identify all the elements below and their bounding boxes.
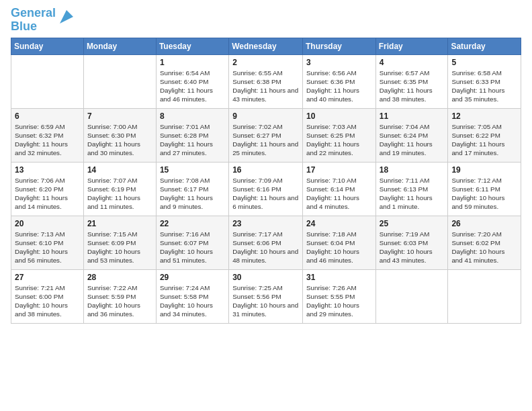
- day-number: 22: [160, 219, 225, 228]
- day-cell: 30Sunrise: 7:25 AMSunset: 5:56 PMDayligh…: [229, 269, 303, 323]
- day-cell: 28Sunrise: 7:22 AMSunset: 5:59 PMDayligh…: [83, 269, 156, 323]
- day-number: 10: [306, 111, 372, 121]
- day-cell: 10Sunrise: 7:03 AMSunset: 6:25 PMDayligh…: [303, 108, 376, 162]
- logo-general: General: [11, 6, 56, 19]
- day-number: 4: [380, 58, 445, 67]
- day-detail: Sunrise: 7:18 AMSunset: 6:04 PMDaylight:…: [306, 230, 372, 265]
- day-cell: 2Sunrise: 6:55 AMSunset: 6:38 PMDaylight…: [229, 54, 303, 108]
- day-cell: 23Sunrise: 7:17 AMSunset: 6:06 PMDayligh…: [229, 216, 303, 269]
- weekday-header-tuesday: Tuesday: [156, 38, 228, 54]
- day-number: 16: [232, 165, 299, 175]
- day-cell: 17Sunrise: 7:10 AMSunset: 6:14 PMDayligh…: [303, 162, 376, 216]
- day-number: 3: [306, 58, 372, 67]
- day-number: 23: [232, 219, 299, 228]
- day-cell: 7Sunrise: 7:00 AMSunset: 6:30 PMDaylight…: [83, 108, 156, 162]
- day-detail: Sunrise: 7:10 AMSunset: 6:14 PMDaylight:…: [306, 176, 372, 212]
- day-detail: Sunrise: 7:24 AMSunset: 5:58 PMDaylight:…: [160, 283, 225, 319]
- weekday-header-row: SundayMondayTuesdayWednesdayThursdayFrid…: [11, 38, 521, 54]
- day-detail: Sunrise: 7:20 AMSunset: 6:02 PMDaylight:…: [451, 230, 517, 265]
- day-detail: Sunrise: 7:00 AMSunset: 6:30 PMDaylight:…: [87, 122, 152, 158]
- logo: General Blue: [11, 7, 76, 34]
- day-number: 20: [15, 219, 80, 228]
- week-row-1: 1Sunrise: 6:54 AMSunset: 6:40 PMDaylight…: [11, 54, 521, 108]
- day-cell: 1Sunrise: 6:54 AMSunset: 6:40 PMDaylight…: [156, 54, 228, 108]
- day-number: 7: [87, 111, 152, 121]
- day-detail: Sunrise: 7:16 AMSunset: 6:07 PMDaylight:…: [160, 230, 225, 265]
- day-number: 13: [15, 165, 80, 175]
- day-cell: [83, 54, 156, 108]
- day-number: 21: [87, 219, 152, 228]
- day-cell: [448, 269, 521, 323]
- day-detail: Sunrise: 7:17 AMSunset: 6:06 PMDaylight:…: [232, 230, 299, 265]
- day-cell: 19Sunrise: 7:12 AMSunset: 6:11 PMDayligh…: [448, 162, 521, 216]
- day-detail: Sunrise: 7:09 AMSunset: 6:16 PMDaylight:…: [232, 176, 299, 212]
- day-number: 25: [380, 219, 445, 228]
- day-detail: Sunrise: 7:05 AMSunset: 6:22 PMDaylight:…: [451, 122, 517, 158]
- day-cell: 12Sunrise: 7:05 AMSunset: 6:22 PMDayligh…: [448, 108, 521, 162]
- day-cell: 4Sunrise: 6:57 AMSunset: 6:35 PMDaylight…: [375, 54, 448, 108]
- day-number: 5: [451, 58, 517, 67]
- day-number: 28: [87, 273, 152, 282]
- day-cell: 25Sunrise: 7:19 AMSunset: 6:03 PMDayligh…: [375, 216, 448, 269]
- week-row-4: 20Sunrise: 7:13 AMSunset: 6:10 PMDayligh…: [11, 216, 521, 269]
- day-number: 24: [306, 219, 372, 228]
- page: General Blue SundayMondayTuesdayWednesda…: [0, 0, 532, 330]
- day-number: 11: [380, 111, 445, 121]
- day-number: 15: [160, 165, 225, 175]
- day-cell: 8Sunrise: 7:01 AMSunset: 6:28 PMDaylight…: [156, 108, 228, 162]
- day-detail: Sunrise: 6:56 AMSunset: 6:36 PMDaylight:…: [306, 68, 372, 104]
- day-detail: Sunrise: 7:06 AMSunset: 6:20 PMDaylight:…: [15, 176, 80, 212]
- day-cell: 18Sunrise: 7:11 AMSunset: 6:13 PMDayligh…: [375, 162, 448, 216]
- day-detail: Sunrise: 7:19 AMSunset: 6:03 PMDaylight:…: [380, 230, 445, 265]
- day-detail: Sunrise: 7:26 AMSunset: 5:55 PMDaylight:…: [306, 283, 372, 319]
- day-cell: 5Sunrise: 6:58 AMSunset: 6:33 PMDaylight…: [448, 54, 521, 108]
- day-detail: Sunrise: 7:12 AMSunset: 6:11 PMDaylight:…: [451, 176, 517, 212]
- day-detail: Sunrise: 7:13 AMSunset: 6:10 PMDaylight:…: [15, 230, 80, 265]
- day-detail: Sunrise: 7:04 AMSunset: 6:24 PMDaylight:…: [380, 122, 445, 158]
- day-detail: Sunrise: 7:22 AMSunset: 5:59 PMDaylight:…: [87, 283, 152, 319]
- day-detail: Sunrise: 7:11 AMSunset: 6:13 PMDaylight:…: [380, 176, 445, 212]
- day-cell: 6Sunrise: 6:59 AMSunset: 6:32 PMDaylight…: [11, 108, 84, 162]
- logo-blue: Blue: [11, 19, 37, 33]
- day-detail: Sunrise: 6:54 AMSunset: 6:40 PMDaylight:…: [160, 68, 225, 104]
- day-detail: Sunrise: 7:07 AMSunset: 6:19 PMDaylight:…: [87, 176, 152, 212]
- day-cell: 29Sunrise: 7:24 AMSunset: 5:58 PMDayligh…: [156, 269, 228, 323]
- weekday-header-friday: Friday: [375, 38, 448, 54]
- day-number: 29: [160, 273, 225, 282]
- day-number: 2: [232, 58, 299, 67]
- day-detail: Sunrise: 7:25 AMSunset: 5:56 PMDaylight:…: [232, 283, 299, 319]
- weekday-header-wednesday: Wednesday: [229, 38, 303, 54]
- day-number: 31: [306, 273, 372, 282]
- svg-marker-0: [60, 10, 73, 24]
- day-detail: Sunrise: 6:58 AMSunset: 6:33 PMDaylight:…: [451, 68, 517, 104]
- day-cell: 13Sunrise: 7:06 AMSunset: 6:20 PMDayligh…: [11, 162, 84, 216]
- day-number: 26: [451, 219, 517, 228]
- day-number: 19: [451, 165, 517, 175]
- day-cell: 14Sunrise: 7:07 AMSunset: 6:19 PMDayligh…: [83, 162, 156, 216]
- day-cell: 9Sunrise: 7:02 AMSunset: 6:27 PMDaylight…: [229, 108, 303, 162]
- logo-text: General Blue: [11, 7, 56, 34]
- week-row-5: 27Sunrise: 7:21 AMSunset: 6:00 PMDayligh…: [11, 269, 521, 323]
- weekday-header-thursday: Thursday: [303, 38, 376, 54]
- day-number: 1: [160, 58, 225, 67]
- weekday-header-saturday: Saturday: [448, 38, 521, 54]
- day-number: 30: [232, 273, 299, 282]
- day-cell: 24Sunrise: 7:18 AMSunset: 6:04 PMDayligh…: [303, 216, 376, 269]
- logo-icon: [57, 7, 76, 26]
- day-number: 27: [15, 273, 80, 282]
- day-detail: Sunrise: 6:57 AMSunset: 6:35 PMDaylight:…: [380, 68, 445, 104]
- day-cell: 11Sunrise: 7:04 AMSunset: 6:24 PMDayligh…: [375, 108, 448, 162]
- day-detail: Sunrise: 7:01 AMSunset: 6:28 PMDaylight:…: [160, 122, 225, 158]
- day-number: 8: [160, 111, 225, 121]
- day-number: 12: [451, 111, 517, 121]
- day-cell: 31Sunrise: 7:26 AMSunset: 5:55 PMDayligh…: [303, 269, 376, 323]
- day-cell: [375, 269, 448, 323]
- day-number: 18: [380, 165, 445, 175]
- day-cell: 20Sunrise: 7:13 AMSunset: 6:10 PMDayligh…: [11, 216, 84, 269]
- day-cell: 27Sunrise: 7:21 AMSunset: 6:00 PMDayligh…: [11, 269, 84, 323]
- week-row-3: 13Sunrise: 7:06 AMSunset: 6:20 PMDayligh…: [11, 162, 521, 216]
- calendar-table: SundayMondayTuesdayWednesdayThursdayFrid…: [11, 38, 521, 324]
- day-detail: Sunrise: 6:55 AMSunset: 6:38 PMDaylight:…: [232, 68, 299, 104]
- day-detail: Sunrise: 7:03 AMSunset: 6:25 PMDaylight:…: [306, 122, 372, 158]
- day-number: 6: [15, 111, 80, 121]
